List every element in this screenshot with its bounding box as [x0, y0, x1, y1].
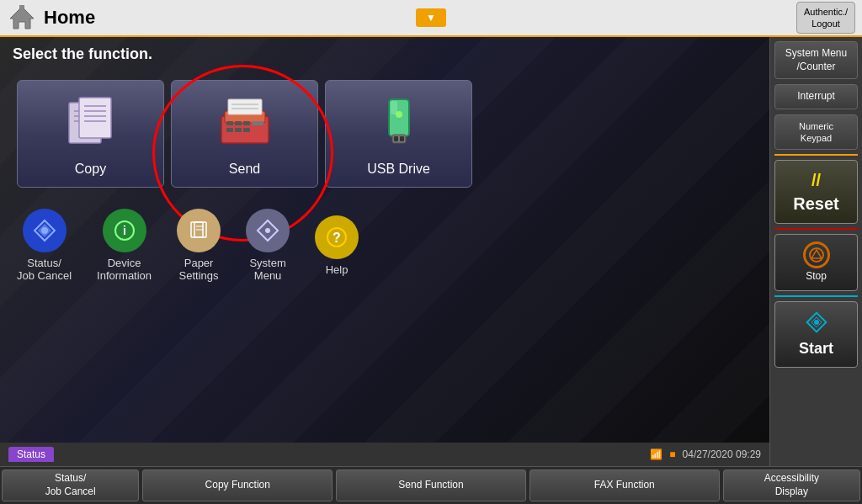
yellow-divider [774, 154, 858, 156]
system-menu-counter-button[interactable]: System Menu /Counter [774, 41, 858, 79]
stop-label: Stop [806, 270, 827, 284]
numeric-keypad-button[interactable]: Numeric Keypad [774, 114, 858, 151]
svg-rect-26 [394, 136, 398, 141]
wifi-icon: 📶 [650, 448, 662, 460]
device-info-icon: i [103, 209, 146, 252]
taskbar-fax-function-button[interactable]: FAX Function [529, 470, 720, 501]
svg-rect-18 [243, 121, 250, 125]
help-icon: ? [315, 215, 359, 259]
start-label: Start [799, 339, 833, 358]
device-information-button[interactable]: i Device Information [97, 209, 152, 282]
red-divider [774, 228, 858, 230]
header: Home Authentic./ Logout [0, 0, 862, 37]
function-buttons-row: Copy [0, 72, 769, 196]
svg-rect-27 [400, 136, 404, 141]
svg-rect-6 [79, 98, 111, 138]
send-label: Send [229, 158, 260, 180]
start-button[interactable]: Start [774, 301, 858, 368]
bottom-taskbar: Status/ Job Cancel Copy Function Send Fu… [0, 466, 862, 504]
usb-icon [365, 88, 433, 155]
svg-text:?: ? [333, 231, 341, 245]
right-sidebar: System Menu /Counter Interrupt Numeric K… [769, 37, 862, 466]
system-menu-button[interactable]: System Menu [246, 209, 290, 282]
main-layout: Select the function. [0, 37, 862, 466]
send-button-wrapper: Send [171, 80, 318, 188]
paper-settings-icon [177, 209, 221, 252]
help-label: Help [326, 263, 349, 276]
taskbar-accessibility-button[interactable]: Accessibility Display [723, 470, 860, 501]
send-button[interactable]: Send [171, 80, 318, 188]
interrupt-button[interactable]: Interrupt [774, 84, 858, 109]
status-bar-right: 📶 ■ 04/27/2020 09:29 [650, 448, 761, 460]
svg-rect-17 [235, 121, 242, 125]
taskbar-status-job-cancel-button[interactable]: Status/ Job Cancel [2, 470, 139, 501]
svg-rect-19 [252, 121, 263, 125]
svg-point-32 [41, 227, 48, 234]
usb-drive-button[interactable]: USB Drive [325, 80, 472, 188]
auth-logout-button[interactable]: Authentic./ Logout [796, 2, 855, 34]
help-button[interactable]: ? Help [315, 215, 359, 276]
usb-label: USB Drive [367, 158, 430, 180]
svg-rect-13 [228, 99, 262, 114]
content-area: Select the function. [0, 37, 769, 466]
svg-rect-23 [252, 128, 263, 136]
network-icon: ■ [669, 448, 675, 460]
status-job-cancel-label: Status/ Job Cancel [17, 257, 72, 282]
device-info-label: Device Information [97, 257, 152, 282]
copy-label: Copy [75, 158, 106, 180]
dropdown-indicator[interactable] [416, 8, 446, 27]
copy-button[interactable]: Copy [17, 80, 164, 188]
svg-rect-1 [19, 5, 24, 8]
taskbar-copy-function-button[interactable]: Copy Function [142, 470, 333, 501]
stop-circle-icon [803, 241, 830, 268]
stop-button[interactable]: Stop [774, 234, 858, 291]
copy-icon [57, 88, 125, 155]
svg-rect-22 [243, 128, 250, 132]
svg-marker-0 [10, 7, 34, 29]
paper-settings-button[interactable]: Paper Settings [177, 209, 221, 282]
svg-rect-21 [235, 128, 242, 132]
system-menu-icon [246, 209, 290, 252]
svg-point-47 [814, 320, 819, 325]
system-menu-label: System Menu [249, 257, 285, 282]
status-bar: Status 📶 ■ 04/27/2020 09:29 [0, 443, 769, 466]
svg-rect-20 [226, 128, 233, 132]
paper-settings-label: Paper Settings [179, 257, 219, 282]
status-tab[interactable]: Status [8, 447, 54, 462]
home-icon[interactable] [0, 5, 44, 30]
taskbar-send-function-button[interactable]: Send Function [336, 470, 526, 501]
svg-rect-28 [391, 101, 397, 114]
status-icon [23, 209, 67, 252]
send-icon [211, 88, 279, 155]
datetime: 04/27/2020 09:29 [683, 448, 761, 460]
svg-text:i: i [123, 224, 126, 237]
cyan-divider [774, 295, 858, 297]
reset-button[interactable]: // Reset [774, 160, 858, 224]
svg-point-29 [396, 111, 402, 118]
status-job-cancel-button[interactable]: Status/ Job Cancel [17, 209, 72, 282]
bottom-icons-row: Status/ Job Cancel i Device Information [0, 196, 769, 282]
svg-marker-44 [811, 250, 822, 258]
svg-rect-16 [226, 121, 233, 125]
select-function-label: Select the function. [0, 37, 769, 72]
svg-point-40 [265, 228, 270, 233]
